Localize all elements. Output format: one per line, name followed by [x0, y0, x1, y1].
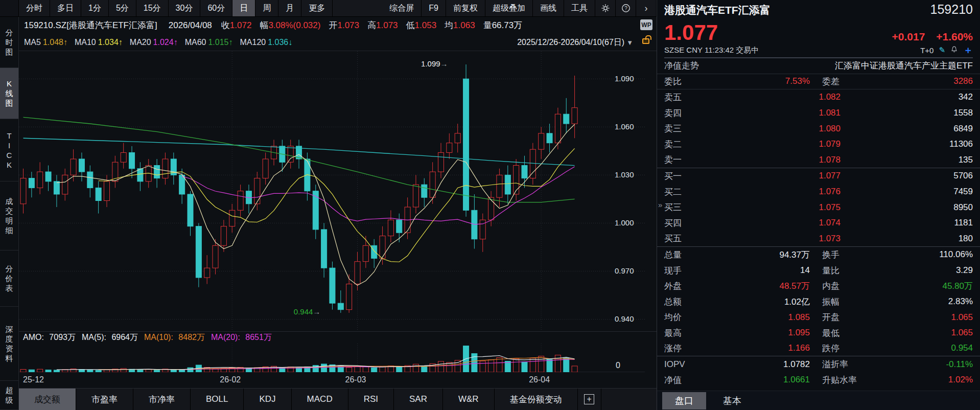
volume-chart-pane[interactable]: 0	[19, 344, 657, 373]
sidebar-item-char: 分	[6, 28, 13, 37]
ohlc-field: 开1.073	[329, 19, 359, 31]
indicator-tab-BOLL[interactable]: BOLL	[191, 389, 244, 410]
toolbar-tab-超级叠加[interactable]: 超级叠加	[485, 0, 533, 16]
stat-label: 总量	[664, 249, 708, 261]
ma-item-MA120: MA1201.036↓	[240, 38, 292, 47]
indicator-tab-市盈率[interactable]: 市盈率	[76, 389, 133, 410]
price-change: +0.017 +1.60%	[884, 31, 973, 43]
ma-item-MA5: MA51.048↑	[24, 38, 67, 47]
indicator-tab-基金份额变动[interactable]: 基金份额变动	[495, 389, 578, 410]
add-indicator-button[interactable]: +	[578, 389, 601, 410]
toolbar-tab-5分[interactable]: 5分	[109, 0, 136, 16]
amo-label: AMO:	[23, 333, 44, 341]
stat-value: 1.02%	[871, 375, 973, 385]
bid-label: 买一	[664, 170, 708, 182]
indicator-tab-W&R[interactable]: W&R	[443, 389, 495, 410]
ask-row: 卖四1.0811558	[657, 105, 980, 121]
toolbar-tab-分时[interactable]: 分时	[19, 0, 50, 16]
collapse-panel-arrow[interactable]: »	[658, 200, 662, 209]
sidebar-item-K线图[interactable]: K线图	[0, 68, 18, 119]
stat-label: 最高	[664, 327, 708, 339]
stat-label: 现手	[664, 265, 708, 277]
toolbar-tab-更多[interactable]: 更多	[301, 0, 333, 16]
add-to-watchlist-icon[interactable]: ＋	[963, 43, 973, 57]
indicator-tab-RSI[interactable]: RSI	[348, 389, 394, 410]
quote-stats: 总量94.37万换手110.06%现手14量比3.29外盘48.57万内盘45.…	[657, 246, 980, 388]
bid-label: 买五	[664, 233, 708, 244]
sidebar-item-char: 细	[6, 225, 13, 235]
toolbar-tab-前复权[interactable]: 前复权	[446, 0, 485, 16]
ask-volume: 135	[841, 155, 973, 165]
toolbar-tab-周[interactable]: 周	[255, 0, 278, 16]
indicator-tab-市净率[interactable]: 市净率	[133, 389, 191, 410]
sidebar-item-char: 级	[6, 395, 13, 405]
indicator-tab-SAR[interactable]: SAR	[394, 389, 443, 410]
toolbar-tab-30分[interactable]: 30分	[169, 0, 201, 16]
indicator-tab-MACD[interactable]: MACD	[292, 389, 348, 410]
indicator-tab-KDJ[interactable]: KDJ	[244, 389, 291, 410]
toolbar-tab-60分[interactable]: 60分	[200, 0, 232, 16]
stat-row: 总量94.37万换手110.06%	[657, 247, 980, 263]
toolbar-tab-画线[interactable]: 画线	[533, 0, 564, 16]
toolbar-tab-多日[interactable]: 多日	[50, 0, 81, 16]
ask-row: 卖一1.078135	[657, 152, 980, 168]
sidebar-item-成交明细[interactable]: 成交明细	[0, 181, 18, 250]
left-sidebar: 分时图K线图TICK成交明细分价表深度资料超级	[0, 17, 19, 410]
toolbar-tab-综合屏[interactable]: 综合屏	[382, 0, 422, 16]
toolbar-tab-15分[interactable]: 15分	[136, 0, 169, 16]
ask-row: 卖三1.0806849	[657, 121, 980, 136]
sidebar-item-TICK[interactable]: TICK	[0, 119, 18, 181]
date-range-selector[interactable]: 2025/12/26-2026/04/10(67日) ▼	[517, 34, 633, 51]
stat-label: 跌停	[822, 343, 871, 354]
stat-value: 14	[708, 265, 810, 276]
stat-value: 3.29	[871, 265, 973, 276]
ohlc-field: 收1.072	[221, 19, 252, 31]
sidebar-item-char: 资	[6, 344, 13, 353]
ohlc-field-label: 低	[406, 20, 415, 30]
ask-label: 卖三	[664, 123, 708, 134]
stat-label: 最低	[822, 327, 871, 339]
bid-price: 1.076	[708, 187, 841, 197]
gear-icon[interactable]	[595, 0, 616, 16]
nav-value: 汇添富中证港股通汽车产业主题ETF	[699, 60, 973, 72]
symbol-label[interactable]: 159210.SZ[港股通汽车ETF汇添富]	[24, 19, 157, 31]
toolbar-tab-1分[interactable]: 1分	[81, 0, 109, 16]
toolbar-tab-月[interactable]: 月	[278, 0, 301, 16]
toolbar-tab-日[interactable]: 日	[232, 0, 255, 16]
chevron-right-icon[interactable]: ›	[636, 0, 657, 16]
top-toolbar: 分时多日1分5分15分30分60分日周月更多 综合屏F9前复权超级叠加画线工具 …	[0, 0, 657, 17]
sidebar-item-深度资料[interactable]: 深度资料	[0, 307, 18, 381]
toolbar-tab-F9[interactable]: F9	[422, 0, 446, 16]
bid-volume: 8950	[841, 202, 973, 213]
vol-ma20-value: 8651万	[245, 333, 272, 341]
kline-chart-pane[interactable]: 1.099→ 0.944→ 1.0901.0601.0301.0000.9700…	[19, 51, 657, 331]
wp-badge[interactable]: WP	[640, 19, 652, 30]
stat-row: 均价1.085开盘1.065	[657, 310, 980, 326]
y-axis-label: 1.090	[615, 74, 645, 83]
lock-icon[interactable]	[642, 38, 649, 44]
sidebar-item-分时图[interactable]: 分时图	[0, 17, 18, 68]
bell-icon[interactable]	[950, 45, 958, 55]
sidebar-item-超级[interactable]: 超级	[0, 381, 18, 410]
nav-row[interactable]: 净值走势 汇添富中证港股通汽车产业主题ETF	[657, 58, 980, 74]
nav-label: 净值走势	[664, 60, 699, 72]
stat-value: 1.0661	[708, 375, 810, 385]
bid-price: 1.075	[708, 202, 841, 213]
toolbar-tab-工具[interactable]: 工具	[564, 0, 595, 16]
svg-text:?: ?	[624, 6, 627, 11]
quote-tab-基本[interactable]: 基本	[710, 392, 754, 409]
weibi-row: 委比 7.53% 委差 3286	[657, 74, 980, 90]
stat-row: 总额1.02亿振幅2.83%	[657, 294, 980, 310]
help-icon[interactable]: ?	[616, 0, 636, 16]
stat-label: 换手	[822, 249, 871, 261]
ohlc-field-value: 1.072	[230, 20, 252, 30]
bar-date: 2026/04/08	[169, 20, 212, 31]
edit-icon[interactable]: ✎	[939, 45, 945, 55]
bid-row: 买五1.073180	[657, 231, 980, 247]
sidebar-item-char: 料	[6, 353, 13, 363]
sidebar-item-char: T	[7, 131, 11, 141]
quote-tab-盘口[interactable]: 盘口	[662, 392, 706, 409]
sidebar-item-分价表[interactable]: 分价表	[0, 250, 18, 307]
indicator-tab-成交额[interactable]: 成交额	[19, 389, 76, 410]
low-annotation: 0.944→	[294, 307, 321, 316]
